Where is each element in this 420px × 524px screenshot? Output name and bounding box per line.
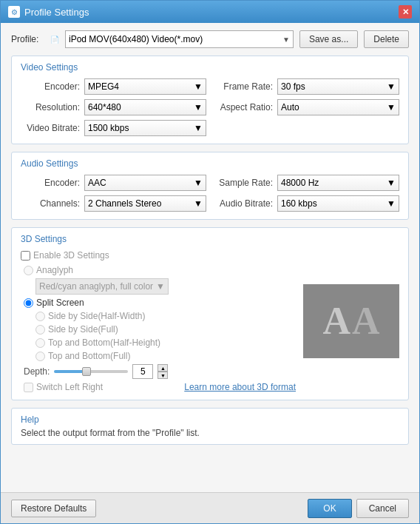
channels-value: 2 Channels Stereo xyxy=(88,198,161,209)
profile-dropdown[interactable]: iPod MOV(640x480) Video(*.mov) ▼ xyxy=(65,30,294,48)
audio-bitrate-arrow: ▼ xyxy=(387,198,396,209)
resolution-value: 640*480 xyxy=(88,102,121,112)
depth-row: Depth: 5 ▲ ▼ xyxy=(24,364,296,379)
title-bar: ⚙ Profile Settings ✕ xyxy=(1,1,419,23)
profile-value: iPod MOV(640x480) Video(*.mov) xyxy=(69,34,203,44)
frame-rate-label: Frame Rate: xyxy=(214,81,273,92)
top-bottom-full-label: Top and Bottom(Full) xyxy=(48,351,130,361)
enable-3d-label: Enable 3D Settings xyxy=(33,250,109,261)
delete-button[interactable]: Delete xyxy=(364,30,409,48)
top-bottom-half-radio[interactable] xyxy=(35,338,45,348)
slider-thumb xyxy=(82,367,91,376)
ok-button[interactable]: OK xyxy=(308,499,351,518)
title-bar-left: ⚙ Profile Settings xyxy=(8,6,89,18)
depth-slider[interactable] xyxy=(54,370,128,373)
audio-settings-left: Encoder: AAC ▼ Channels: 2 Channels Ster… xyxy=(21,175,206,212)
split-screen-row: Split Screen xyxy=(24,298,296,308)
switch-left-right-checkbox[interactable] xyxy=(24,383,33,392)
encoder-select[interactable]: MPEG4 ▼ xyxy=(84,78,206,95)
audio-bitrate-row: Audio Bitrate: 160 kbps ▼ xyxy=(214,195,399,212)
save-as-button[interactable]: Save as... xyxy=(299,30,358,48)
restore-defaults-button[interactable]: Restore Defaults xyxy=(11,500,96,517)
encoder-value: MPEG4 xyxy=(88,81,119,92)
side-by-side-full-radio[interactable] xyxy=(35,325,45,335)
audio-bitrate-value: 160 kbps xyxy=(281,198,317,209)
video-settings-grid: Encoder: MPEG4 ▼ Resolution: 640*480 ▼ xyxy=(21,78,399,136)
depth-value: 5 xyxy=(132,364,153,379)
audio-settings-section: Audio Settings Encoder: AAC ▼ Channels: xyxy=(11,152,409,220)
3d-settings-inner: Enable 3D Settings Anaglyph Red/cyan ana… xyxy=(21,250,399,392)
preview-aa: A A xyxy=(322,302,379,340)
switch-row: Switch Left Right Learn more about 3D fo… xyxy=(24,382,296,392)
sample-rate-label: Sample Rate: xyxy=(214,178,273,188)
3d-settings-section: 3D Settings Enable 3D Settings Anaglyph xyxy=(11,227,409,400)
3d-settings-title: 3D Settings xyxy=(21,234,399,244)
audio-settings-grid: Encoder: AAC ▼ Channels: 2 Channels Ster… xyxy=(21,175,399,212)
window-title: Profile Settings xyxy=(24,7,89,18)
help-text: Select the output format from the "Profi… xyxy=(21,428,399,438)
split-screen-label: Split Screen xyxy=(36,298,84,308)
audio-encoder-row: Encoder: AAC ▼ xyxy=(21,175,206,191)
side-by-side-half-radio[interactable] xyxy=(35,312,45,321)
switch-left-right-container: Switch Left Right xyxy=(24,382,103,392)
resolution-label: Resolution: xyxy=(21,102,80,112)
aspect-ratio-label: Aspect Ratio: xyxy=(214,102,273,112)
video-settings-section: Video Settings Encoder: MPEG4 ▼ Resoluti… xyxy=(11,56,409,144)
close-button[interactable]: ✕ xyxy=(399,5,412,19)
preview-a-left: A xyxy=(322,302,350,340)
video-bitrate-arrow: ▼ xyxy=(194,123,203,133)
side-by-side-full-row: Side by Side(Full) xyxy=(35,324,296,335)
spinner-up[interactable]: ▲ xyxy=(158,364,168,372)
resolution-arrow: ▼ xyxy=(194,102,203,112)
enable-3d-checkbox[interactable] xyxy=(21,251,30,261)
video-settings-title: Video Settings xyxy=(21,62,399,73)
learn-more-link[interactable]: Learn more about 3D format xyxy=(184,382,296,392)
video-bitrate-label: Video Bitrate: xyxy=(21,123,80,133)
main-content: Profile: 📄 iPod MOV(640x480) Video(*.mov… xyxy=(1,23,419,492)
help-section: Help Select the output format from the "… xyxy=(11,408,409,445)
anaglyph-arrow: ▼ xyxy=(156,281,165,292)
anaglyph-option: Red/cyan anaglyph, full color xyxy=(39,281,153,292)
audio-encoder-label: Encoder: xyxy=(21,178,80,188)
spinner-down[interactable]: ▼ xyxy=(158,372,168,379)
footer-right: OK Cancel xyxy=(308,499,409,518)
frame-rate-select[interactable]: 30 fps ▼ xyxy=(277,78,399,95)
audio-encoder-value: AAC xyxy=(88,178,106,188)
anaglyph-select-container: Red/cyan anaglyph, full color ▼ xyxy=(35,278,296,295)
video-bitrate-select[interactable]: 1500 kbps ▼ xyxy=(84,120,206,136)
resolution-row: Resolution: 640*480 ▼ xyxy=(21,99,206,115)
sample-rate-select[interactable]: 48000 Hz ▼ xyxy=(277,175,399,191)
profile-row: Profile: 📄 iPod MOV(640x480) Video(*.mov… xyxy=(11,30,409,48)
3d-preview-box: A A xyxy=(303,284,399,358)
top-bottom-full-radio[interactable] xyxy=(35,352,45,361)
channels-select[interactable]: 2 Channels Stereo ▼ xyxy=(84,195,206,212)
video-settings-left: Encoder: MPEG4 ▼ Resolution: 640*480 ▼ xyxy=(21,78,206,136)
channels-row: Channels: 2 Channels Stereo ▼ xyxy=(21,195,206,212)
channels-label: Channels: xyxy=(21,198,80,209)
audio-encoder-select[interactable]: AAC ▼ xyxy=(84,175,206,191)
depth-spinner[interactable]: ▲ ▼ xyxy=(158,364,168,379)
sample-rate-value: 48000 Hz xyxy=(281,178,319,188)
anaglyph-row: Anaglyph xyxy=(24,265,296,275)
resolution-select[interactable]: 640*480 ▼ xyxy=(84,99,206,115)
window-icon: ⚙ xyxy=(8,6,20,18)
audio-encoder-arrow: ▼ xyxy=(194,178,203,188)
audio-bitrate-select[interactable]: 160 kbps ▼ xyxy=(277,195,399,212)
sample-rate-arrow: ▼ xyxy=(387,178,396,188)
frame-rate-row: Frame Rate: 30 fps ▼ xyxy=(214,78,399,95)
video-bitrate-row: Video Bitrate: 1500 kbps ▼ xyxy=(21,120,206,136)
aspect-ratio-value: Auto xyxy=(281,102,299,112)
footer: Restore Defaults OK Cancel xyxy=(1,492,419,523)
anaglyph-radio[interactable] xyxy=(24,266,33,275)
video-settings-right: Frame Rate: 30 fps ▼ Aspect Ratio: Auto … xyxy=(214,78,399,136)
side-by-side-half-label: Side by Side(Half-Width) xyxy=(48,311,145,321)
aspect-ratio-arrow: ▼ xyxy=(387,102,396,112)
aspect-ratio-select[interactable]: Auto ▼ xyxy=(277,99,399,115)
top-bottom-full-row: Top and Bottom(Full) xyxy=(35,351,296,361)
3d-settings-left: Enable 3D Settings Anaglyph Red/cyan ana… xyxy=(21,250,296,392)
aspect-ratio-row: Aspect Ratio: Auto ▼ xyxy=(214,99,399,115)
audio-settings-title: Audio Settings xyxy=(21,158,399,169)
anaglyph-label: Anaglyph xyxy=(36,265,73,275)
split-screen-radio[interactable] xyxy=(24,298,33,308)
cancel-button[interactable]: Cancel xyxy=(356,499,409,518)
